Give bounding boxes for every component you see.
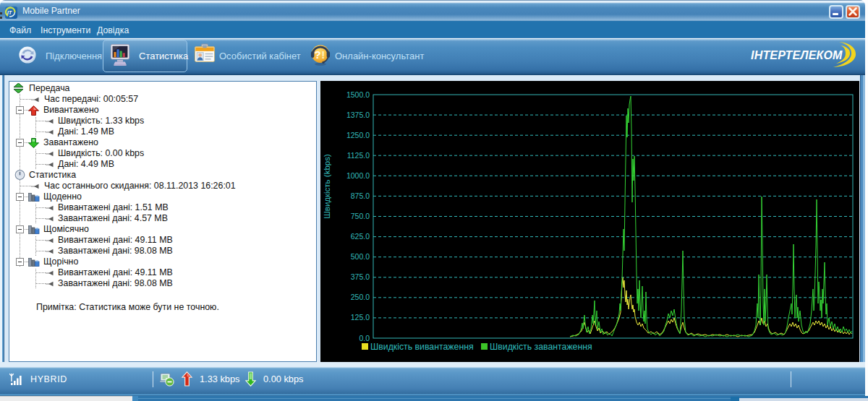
svg-text:250.0: 250.0 xyxy=(351,293,370,301)
svg-text:IT: IT xyxy=(7,10,12,15)
svg-text:1250.0: 1250.0 xyxy=(346,131,370,139)
svg-text:Швидкість завантаження: Швидкість завантаження xyxy=(490,342,592,352)
svg-text:125.0: 125.0 xyxy=(351,313,370,322)
svg-text:875.0: 875.0 xyxy=(351,191,370,200)
svg-text:1500.0: 1500.0 xyxy=(346,90,370,99)
svg-text:!: ! xyxy=(321,48,325,61)
svg-text:1000.0: 1000.0 xyxy=(346,171,370,180)
svg-text:750.0: 750.0 xyxy=(351,212,370,220)
svg-text:Швидкість вивантаження: Швидкість вивантаження xyxy=(370,342,474,352)
svg-text:1125.0: 1125.0 xyxy=(347,151,370,160)
svg-text:625.0: 625.0 xyxy=(351,232,370,241)
svg-text:0.0: 0.0 xyxy=(359,334,370,342)
svg-text:375.0: 375.0 xyxy=(351,272,370,281)
svg-text:1375.0: 1375.0 xyxy=(346,111,370,119)
svg-text:500.0: 500.0 xyxy=(351,252,370,261)
svg-text:Швидкість (kbps): Швидкість (kbps) xyxy=(323,154,331,219)
svg-text:?: ? xyxy=(315,48,321,61)
